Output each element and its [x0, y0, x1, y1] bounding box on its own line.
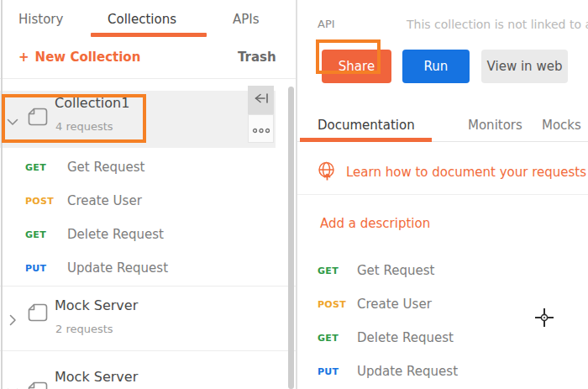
method-badge-get: GET — [25, 162, 46, 173]
request-name: Create User — [357, 297, 432, 312]
divider — [297, 194, 588, 195]
crosshair-cursor-icon — [534, 308, 554, 331]
more-options-icon — [252, 121, 270, 137]
method-badge-get: GET — [25, 229, 46, 240]
method-badge-get: GET — [318, 333, 339, 344]
mock-server-row[interactable]: Mock Server 2 requests — [0, 286, 286, 350]
add-description-link[interactable]: Add a description — [320, 216, 430, 231]
view-in-web-button[interactable]: View in web — [481, 50, 568, 83]
trash-button[interactable]: Trash — [238, 50, 276, 65]
annotation-box-share — [316, 39, 381, 74]
doc-request-row-get2[interactable]: GET Delete Request — [297, 326, 575, 350]
request-name: Update Request — [357, 364, 458, 379]
tab-documentation[interactable]: Documentation — [318, 118, 415, 133]
sidebar-tab-history[interactable]: History — [18, 12, 63, 27]
mock-server-row[interactable]: Mock Server — [0, 351, 286, 389]
collection-folder-icon — [28, 303, 48, 325]
globe-icon — [317, 160, 337, 185]
sidebar-tab-apis[interactable]: APIs — [233, 12, 260, 27]
api-label: API — [318, 18, 335, 30]
learn-documentation-link[interactable]: Learn how to document your requests — [346, 165, 586, 180]
doc-request-row-post[interactable]: POST Create User — [297, 292, 575, 316]
method-badge-put: PUT — [25, 263, 46, 274]
window-left-edge — [1, 0, 3, 389]
request-row-get[interactable]: GET Get Request — [0, 150, 286, 184]
chevron-down-icon[interactable] — [7, 383, 18, 389]
doc-request-row-put[interactable]: PUT Update Request — [297, 360, 575, 383]
active-tab-underline — [91, 33, 207, 37]
request-name: Get Request — [357, 263, 434, 278]
new-collection-label: New Collection — [35, 50, 141, 65]
method-badge-post: POST — [25, 196, 54, 207]
request-name: Delete Request — [357, 330, 454, 345]
new-collection-button[interactable]: +New Collection — [18, 50, 140, 65]
plus-icon: + — [18, 50, 29, 65]
chevron-right-icon[interactable] — [9, 313, 17, 329]
tab-mocks[interactable]: Mocks — [542, 118, 581, 133]
folder-name: Mock Server — [55, 297, 138, 313]
method-badge-post: POST — [318, 299, 346, 310]
folder-request-count: 2 requests — [55, 323, 113, 335]
request-name: Create User — [67, 193, 142, 208]
run-button[interactable]: Run — [402, 50, 470, 83]
request-row-post[interactable]: POST Create User — [0, 184, 286, 218]
sidebar-tab-collections[interactable]: Collections — [108, 12, 176, 27]
postman-window: History Collections APIs +New Collection… — [0, 0, 588, 389]
folder-name: Mock Server — [55, 369, 138, 385]
doc-request-row-get[interactable]: GET Get Request — [297, 259, 575, 282]
active-doc-tab-underline — [300, 138, 432, 142]
sidebar-scrollbar[interactable] — [288, 87, 294, 389]
collection-link-notice: This collection is not linked to a — [407, 18, 588, 31]
request-name: Delete Request — [67, 227, 164, 242]
collapse-arrow-icon — [254, 92, 269, 108]
collapse-panel-button[interactable] — [248, 86, 274, 114]
request-row-put[interactable]: PUT Update Request — [0, 251, 286, 285]
more-options-button[interactable] — [248, 114, 274, 143]
request-name: Get Request — [67, 160, 144, 175]
method-badge-get: GET — [318, 265, 339, 276]
sidebar: History Collections APIs +New Collection… — [0, 0, 296, 389]
request-name: Update Request — [67, 260, 168, 276]
collection-folder-icon — [28, 381, 48, 389]
divider — [0, 78, 296, 79]
request-row-get2[interactable]: GET Delete Request — [0, 218, 286, 251]
tab-monitors[interactable]: Monitors — [468, 118, 522, 133]
method-badge-put: PUT — [318, 366, 339, 377]
annotation-box-collection — [2, 94, 146, 143]
